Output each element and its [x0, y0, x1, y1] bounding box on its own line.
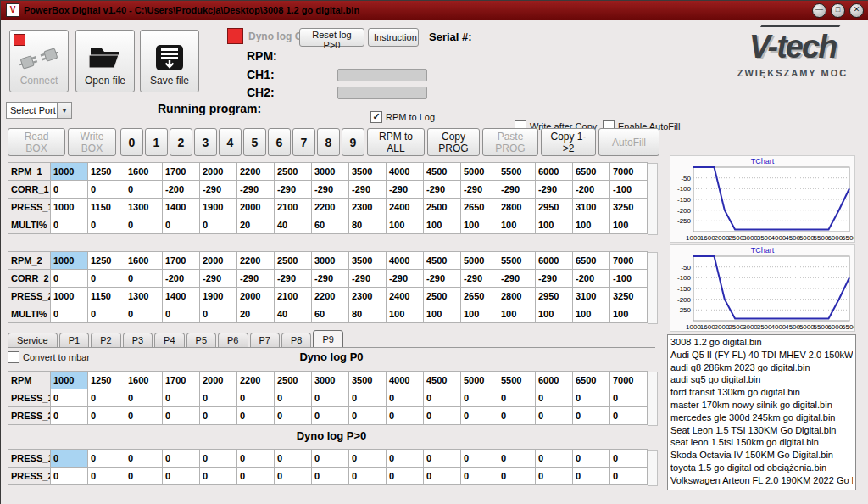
table-cell[interactable]: 0 — [387, 450, 424, 468]
table-cell[interactable]: 0 — [312, 407, 349, 425]
rpm-to-log-checkbox[interactable]: ✓ RPM to Log — [370, 111, 435, 123]
table-cell[interactable]: 0 — [200, 305, 237, 323]
table-cell[interactable]: 2000 — [237, 199, 275, 216]
read-box-button[interactable]: Read BOX — [8, 128, 65, 156]
table-cell[interactable]: 20 — [237, 305, 275, 323]
table-cell[interactable]: 4500 — [424, 163, 461, 181]
instruction-button[interactable]: Instruction — [368, 28, 419, 47]
table-cell[interactable]: 2200 — [237, 252, 275, 270]
table-cell[interactable]: 0 — [163, 216, 200, 234]
table-cell[interactable]: 100 — [387, 305, 424, 323]
table-cell[interactable]: 1700 — [163, 372, 200, 389]
table-cell[interactable]: 3000 — [312, 372, 349, 389]
table-cell[interactable]: 1600 — [125, 372, 163, 389]
table-cell[interactable]: 3100 — [573, 199, 610, 216]
table-cell[interactable]: -290 — [312, 270, 349, 288]
file-list-item[interactable]: toyota 1.5 go digital od obciążenia.bin — [670, 462, 853, 474]
table-cell[interactable]: 2000 — [200, 252, 237, 270]
table-cell[interactable]: 0 — [424, 468, 461, 485]
table-cell[interactable]: 0 — [349, 407, 387, 425]
tab-p1[interactable]: P1 — [59, 333, 89, 347]
table-cell[interactable]: 2400 — [387, 288, 424, 305]
table-cell[interactable]: 0 — [275, 407, 312, 425]
table-cell[interactable]: 6000 — [536, 163, 573, 181]
open-file-button[interactable]: Open file — [75, 30, 135, 92]
table-cell[interactable]: 1600 — [125, 163, 163, 181]
table-cell[interactable]: 0 — [125, 407, 163, 425]
table-cell[interactable]: 0 — [237, 389, 275, 407]
table-cell[interactable]: 2100 — [275, 199, 312, 216]
table-cell[interactable]: 2000 — [200, 372, 237, 389]
table-cell[interactable]: 0 — [387, 389, 424, 407]
table-cell[interactable]: 1900 — [200, 288, 237, 305]
table-cell[interactable]: 0 — [163, 468, 200, 485]
file-list-item[interactable]: seat leon 1.5tsi 150km go digital.bin — [670, 436, 853, 449]
table-cell[interactable]: -290 — [200, 181, 237, 199]
table-cell[interactable]: 5500 — [498, 372, 536, 389]
table-cell[interactable]: 0 — [125, 450, 163, 468]
table-cell[interactable]: 0 — [312, 468, 349, 485]
digit-button-9[interactable]: 9 — [342, 128, 364, 156]
table-cell[interactable]: 0 — [349, 468, 387, 485]
table-cell[interactable]: -290 — [536, 270, 573, 288]
table-cell[interactable]: 3250 — [610, 199, 648, 216]
table-cell[interactable]: 0 — [461, 389, 498, 407]
tab-p8[interactable]: P8 — [281, 333, 311, 347]
digit-button-7[interactable]: 7 — [292, 128, 315, 156]
table-cell[interactable]: 0 — [125, 181, 163, 199]
table-cell[interactable]: 0 — [536, 468, 573, 485]
table-cell[interactable]: 3000 — [312, 252, 349, 270]
tab-p5[interactable]: P5 — [186, 333, 216, 347]
table-cell[interactable]: 0 — [51, 407, 88, 425]
table-cell[interactable]: 0 — [163, 450, 200, 468]
table-cell[interactable]: 0 — [200, 389, 237, 407]
table-cell[interactable]: 100 — [498, 305, 536, 323]
table-cell[interactable]: 1000 — [51, 372, 88, 389]
table-cell[interactable]: -290 — [237, 181, 275, 199]
table-cell[interactable]: 0 — [200, 407, 237, 425]
table-cell[interactable]: 20 — [237, 216, 275, 234]
file-list-item[interactable]: audi q8 286km 2023 go digital.bin — [670, 361, 853, 374]
table-cell[interactable]: 0 — [163, 407, 200, 425]
minimize-icon[interactable]: — — [812, 3, 826, 18]
table-cell[interactable]: 0 — [275, 468, 312, 485]
table-cell[interactable]: 40 — [275, 216, 312, 234]
table-cell[interactable]: 6500 — [573, 252, 610, 270]
table-cell[interactable]: 0 — [237, 407, 275, 425]
table-cell[interactable]: 1900 — [200, 199, 237, 216]
table-cell[interactable]: 7000 — [610, 252, 648, 270]
table-cell[interactable]: 1700 — [163, 252, 200, 270]
digit-button-8[interactable]: 8 — [317, 128, 340, 156]
table-cell[interactable]: 6000 — [536, 252, 573, 270]
table-cell[interactable]: 0 — [200, 468, 237, 485]
table-cell[interactable]: 7000 — [610, 372, 648, 389]
table-cell[interactable]: 0 — [536, 450, 573, 468]
autofill-button[interactable]: AutoFill — [598, 128, 659, 156]
digit-button-0[interactable]: 0 — [120, 128, 143, 156]
maximize-icon[interactable]: □ — [831, 3, 845, 18]
table-cell[interactable]: -290 — [200, 270, 237, 288]
table-cell[interactable]: 0 — [88, 389, 125, 407]
table-cell[interactable]: 0 — [51, 270, 88, 288]
table-cell[interactable]: 2950 — [536, 288, 573, 305]
table-cell[interactable]: 100 — [424, 216, 461, 234]
table-cell[interactable]: 1300 — [125, 199, 163, 216]
table-cell[interactable]: 0 — [275, 450, 312, 468]
table-cell[interactable]: 100 — [610, 216, 648, 234]
table-cell[interactable]: 0 — [610, 389, 648, 407]
table-cell[interactable]: 40 — [275, 305, 312, 323]
paste-prog-button[interactable]: Paste PROG — [482, 128, 538, 156]
table-cell[interactable]: 0 — [498, 468, 536, 485]
table-cell[interactable]: 2950 — [536, 199, 573, 216]
write-box-button[interactable]: Write BOX — [68, 128, 116, 156]
table-cell[interactable]: 1250 — [88, 252, 125, 270]
table-cell[interactable]: 7000 — [610, 163, 648, 181]
table-cell[interactable]: 100 — [536, 305, 573, 323]
table-cell[interactable]: 0 — [88, 407, 125, 425]
save-file-button[interactable]: Save file — [140, 30, 199, 92]
table-cell[interactable]: 6000 — [536, 372, 573, 389]
table-cell[interactable]: 0 — [88, 450, 125, 468]
table-cell[interactable]: 100 — [536, 216, 573, 234]
table-cell[interactable]: 100 — [461, 216, 498, 234]
table-cell[interactable]: 1000 — [51, 199, 88, 216]
